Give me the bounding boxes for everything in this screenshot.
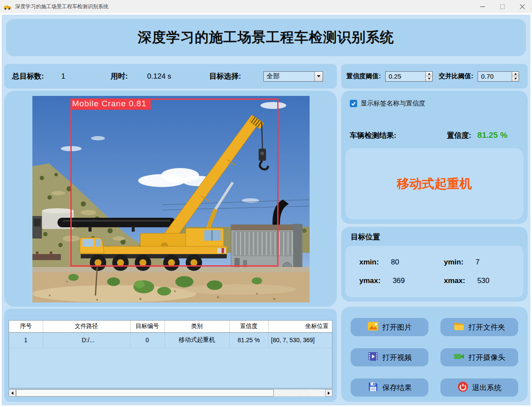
conf-threshold-input[interactable] bbox=[386, 72, 425, 81]
header-banner: 深度学习的施工场景工程车检测识别系统 bbox=[6, 19, 526, 56]
detection-photo: Mobile Crane 0.81 bbox=[32, 96, 310, 302]
scroll-left-arrow-icon[interactable] bbox=[9, 389, 16, 397]
show-labels-checkbox[interactable] bbox=[350, 100, 357, 107]
image-viewer-panel: Mobile Crane 0.81 bbox=[4, 91, 337, 307]
table-header-row: 序号 文件路径 目标编号 类别 置信度 坐标位置 bbox=[9, 321, 332, 332]
xmin-label: xmin: bbox=[359, 258, 379, 267]
elapsed-value: 0.124 s bbox=[147, 72, 171, 81]
threshold-bar: 置信度阈值: 交并比阈值: bbox=[341, 64, 528, 89]
col-header-filepath: 文件路径 bbox=[43, 321, 130, 332]
detection-result-panel: 显示标签名称与置信度 车辆检测结果: 置信度: 81.25 % 移动式起重机 bbox=[341, 91, 528, 224]
open-camera-label: 打开摄像头 bbox=[469, 353, 505, 362]
page-title: 深度学习的施工场景工程车检测识别系统 bbox=[138, 28, 394, 47]
iou-threshold-input[interactable] bbox=[478, 72, 512, 81]
image-icon bbox=[367, 321, 379, 334]
minimize-button[interactable] bbox=[472, 0, 492, 13]
exit-system-label: 退出系统 bbox=[472, 383, 502, 393]
iou-threshold-label: 交并比阈值: bbox=[439, 72, 473, 80]
iou-spin-up-icon[interactable] bbox=[512, 72, 519, 77]
xmax-label: xmax: bbox=[444, 277, 465, 285]
exit-system-button[interactable]: 退出系统 bbox=[440, 378, 518, 397]
open-image-button[interactable]: 打开图片 bbox=[351, 318, 428, 336]
results-table-panel: 序号 文件路径 目标编号 类别 置信度 坐标位置 1 D:/... 0 移动式起… bbox=[4, 309, 337, 402]
scroll-right-arrow-icon[interactable] bbox=[325, 389, 332, 397]
open-camera-button[interactable]: 打开摄像头 bbox=[440, 348, 518, 366]
target-position-box: xmin: 80 ymin: 7 ymax: 369 xmax: 530 bbox=[345, 246, 523, 297]
conf-threshold-label: 置信度阈值: bbox=[346, 72, 381, 80]
window-title: 深度学习的施工场景工程车检测识别系统 bbox=[15, 3, 108, 10]
cell-index[interactable]: 1 bbox=[9, 332, 43, 348]
scrollbar-thumb[interactable] bbox=[16, 389, 274, 397]
conf-threshold-spinbox[interactable] bbox=[385, 71, 433, 82]
save-result-button[interactable]: 保存结果 bbox=[351, 378, 428, 397]
save-icon bbox=[367, 381, 379, 394]
elapsed-label: 用时: bbox=[111, 71, 128, 81]
target-select-combobox[interactable]: 全部 bbox=[263, 71, 323, 82]
open-folder-button[interactable]: 打开文件夹 bbox=[440, 318, 518, 336]
iou-spin-down-icon[interactable] bbox=[512, 76, 519, 81]
camera-icon bbox=[453, 351, 465, 364]
col-header-confidence: 置信度 bbox=[229, 321, 268, 332]
open-video-button[interactable]: 打开视频 bbox=[351, 348, 428, 366]
show-labels-label[interactable]: 显示标签名称与置信度 bbox=[361, 99, 425, 108]
video-icon bbox=[367, 351, 379, 364]
main-content: 深度学习的施工场景工程车检测识别系统 总目标数: 1 用时: 0.124 s 目… bbox=[0, 13, 532, 407]
col-header-target-id: 目标编号 bbox=[130, 321, 165, 332]
col-header-class: 类别 bbox=[165, 321, 229, 332]
table-row[interactable]: 1 D:/... 0 移动式起重机 81.25 % [80, 7, 530, 3… bbox=[9, 332, 332, 348]
action-buttons-panel: 打开图片 打开文件夹 打 bbox=[341, 307, 528, 402]
ymax-label: ymax: bbox=[359, 277, 380, 285]
detection-bounding-box: Mobile Crane 0.81 bbox=[70, 99, 279, 267]
iou-threshold-spinbox[interactable] bbox=[478, 71, 519, 82]
xmax-value: 530 bbox=[477, 277, 489, 285]
cell-filepath[interactable]: D:/... bbox=[43, 332, 130, 348]
open-image-label: 打开图片 bbox=[383, 322, 412, 332]
ymin-label: ymin: bbox=[444, 258, 463, 267]
bounding-box-label: Mobile Crane 0.81 bbox=[70, 99, 151, 110]
confidence-label: 置信度: bbox=[447, 130, 472, 140]
chevron-down-icon[interactable] bbox=[314, 72, 323, 81]
col-header-coords: 坐标位置 bbox=[268, 321, 332, 332]
stats-bar: 总目标数: 1 用时: 0.124 s 目标选择: 全部 bbox=[4, 64, 337, 89]
target-select-value: 全部 bbox=[264, 72, 314, 80]
conf-spin-down-icon[interactable] bbox=[426, 76, 432, 81]
target-position-title: 目标位置 bbox=[351, 232, 380, 242]
confidence-value: 81.25 % bbox=[477, 130, 507, 140]
folder-icon bbox=[453, 321, 465, 334]
open-folder-label: 打开文件夹 bbox=[469, 322, 505, 332]
vehicle-result-label: 车辆检测结果: bbox=[350, 130, 396, 140]
open-video-label: 打开视频 bbox=[383, 353, 412, 362]
scrollbar-track[interactable] bbox=[274, 389, 325, 397]
titlebar: 深度学习的施工场景工程车检测识别系统 bbox=[0, 0, 532, 13]
power-icon bbox=[457, 381, 469, 394]
col-header-index: 序号 bbox=[9, 321, 43, 332]
cell-confidence[interactable]: 81.25 % bbox=[229, 332, 268, 348]
cell-target-id[interactable]: 0 bbox=[130, 332, 165, 348]
target-select-label: 目标选择: bbox=[209, 71, 241, 81]
cell-class[interactable]: 移动式起重机 bbox=[165, 332, 229, 348]
class-name: 移动式起重机 bbox=[397, 175, 472, 193]
save-result-label: 保存结果 bbox=[383, 383, 412, 393]
close-button[interactable] bbox=[512, 0, 532, 13]
xmin-value: 80 bbox=[391, 258, 399, 267]
app-truck-icon bbox=[3, 3, 12, 10]
results-table: 序号 文件路径 目标编号 类别 置信度 坐标位置 1 D:/... 0 移动式起… bbox=[9, 320, 332, 388]
target-position-panel: 目标位置 xmin: 80 ymin: 7 ymax: 369 xmax: 53… bbox=[341, 227, 528, 302]
total-targets-label: 总目标数: bbox=[12, 71, 44, 81]
conf-spin-up-icon[interactable] bbox=[426, 72, 432, 77]
horizontal-scrollbar[interactable] bbox=[9, 389, 332, 397]
cell-coords[interactable]: [80, 7, 530, 369] bbox=[268, 332, 332, 348]
maximize-button[interactable] bbox=[492, 0, 512, 13]
ymin-value: 7 bbox=[475, 258, 479, 267]
total-targets-value: 1 bbox=[61, 72, 65, 81]
class-result-box: 移动式起重机 bbox=[345, 148, 523, 219]
ymax-value: 369 bbox=[393, 277, 405, 285]
